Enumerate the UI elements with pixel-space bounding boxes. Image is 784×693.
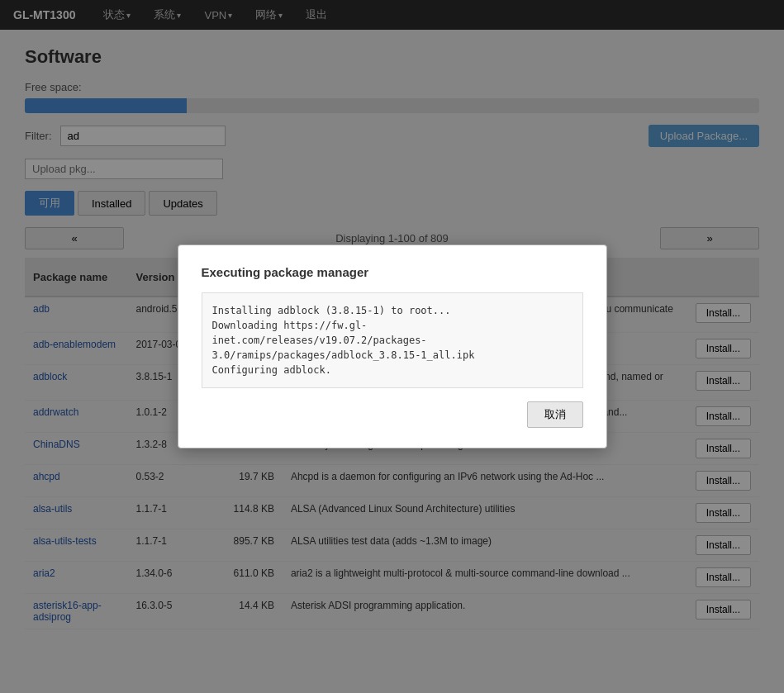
modal-footer: 取消 [202, 401, 583, 428]
cancel-button[interactable]: 取消 [527, 401, 583, 428]
modal-overlay: Executing package manager Installing adb… [0, 0, 784, 693]
modal: Executing package manager Installing adb… [178, 244, 607, 449]
modal-title: Executing package manager [202, 265, 583, 279]
modal-log: Installing adblock (3.8.15-1) to root...… [202, 292, 583, 388]
